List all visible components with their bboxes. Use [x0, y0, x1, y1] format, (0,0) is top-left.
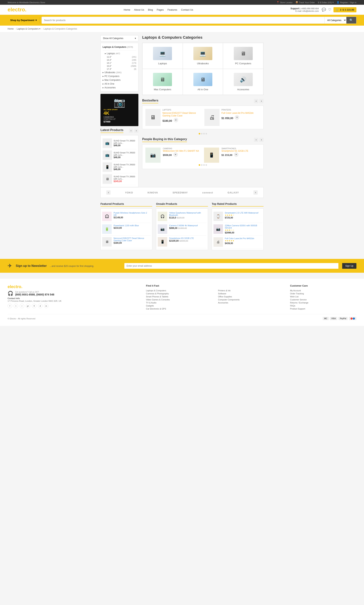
google-plus-icon[interactable]: g+: [26, 304, 30, 308]
footer-link-software[interactable]: Software: [218, 292, 284, 295]
list-item: 📺 SUHD Smart TV J9500 with curv... $49,0…: [103, 137, 136, 149]
buying-prev[interactable]: ‹: [254, 138, 258, 142]
cart-button[interactable]: 🛒 3 $ 3 215.99: [334, 7, 356, 12]
brand-speedway[interactable]: SPEEDWAY: [172, 191, 188, 194]
sidebar-15inch[interactable]: 15.6"(2589): [107, 65, 136, 67]
brand-galaxy[interactable]: GALAXY: [228, 191, 239, 194]
flickr-icon[interactable]: fl: [32, 304, 36, 308]
footer-link-smartphones[interactable]: Smart Phones & Tablets: [146, 295, 212, 298]
track-order[interactable]: 📦 Track Your Order: [296, 1, 315, 4]
footer-link-wishlist[interactable]: Wish List: [290, 295, 356, 298]
cat-card-mac[interactable]: 🖥 Mac Computers: [142, 69, 183, 95]
paypal-icon: PayPal: [338, 317, 348, 320]
nav-pages[interactable]: Pages: [157, 8, 164, 11]
people-buying-grid: 📷 Cameras Widescreen NX Mini F1 SMART NX…: [142, 144, 263, 169]
main-nav: Home About Us Blog Pages Features Contac…: [124, 8, 193, 11]
shop-by-department-button[interactable]: Shop by Department ▾: [8, 17, 40, 23]
footer-link-faqs[interactable]: FAQs: [290, 304, 356, 307]
footer-link-accesories[interactable]: Accesories: [218, 301, 284, 304]
nav-contact[interactable]: Contact Us: [181, 8, 193, 11]
onsale-img-1: 📷: [158, 224, 167, 234]
bestseller-item-0: 🖥 Laptops Nerocool EN52377 Dead Silence …: [145, 109, 201, 126]
brands-prev[interactable]: ‹: [106, 190, 111, 195]
buying-add-btn-0[interactable]: +: [173, 152, 178, 157]
page-title: Laptops & Computers Categories: [142, 35, 263, 40]
logo[interactable]: electro.: [8, 7, 26, 13]
featured-item-1: 🔋 Powerbank 1130 mAh Blue $210,00: [102, 223, 151, 236]
featured-item-2: 🖥 Nerocool EN52377 Dead Silence Gaming C…: [102, 236, 151, 248]
footer-link-laptops[interactable]: Laptops & Computers: [146, 289, 212, 292]
message-icon[interactable]: 💬: [322, 8, 326, 12]
search-input[interactable]: [42, 17, 324, 24]
cat-card-ultrabooks[interactable]: 💻 Ultrabooks: [183, 43, 223, 69]
footer-link-ordertracking[interactable]: Order Tracking: [290, 292, 356, 295]
currency-selector[interactable]: $ $ Dollar (US) ▾: [318, 1, 334, 4]
bestseller-add-btn-1[interactable]: +: [235, 115, 239, 120]
newsletter-signup-button[interactable]: Sign Up: [342, 263, 356, 269]
footer-link-tv[interactable]: TV & Audio: [146, 301, 212, 304]
footer-link-cameras[interactable]: Cameras & Photography: [146, 292, 212, 295]
cat-card-accesories[interactable]: 🔊 Accesories: [223, 69, 263, 95]
brands-next[interactable]: ›: [253, 190, 258, 195]
sidebar-11inch[interactable]: 11.6"(241): [107, 55, 136, 58]
sidebar-accesories[interactable]: ▸ Accesories: [103, 86, 136, 90]
category-select[interactable]: All Categories: [324, 17, 346, 24]
latest-img-0: 📺: [103, 138, 112, 148]
sidebar-ultrabooks[interactable]: ▸ Ultrabooks (2641): [103, 71, 136, 74]
brand-yoko[interactable]: YOKO: [125, 191, 133, 194]
sidebar-main-cat[interactable]: Laptops & Computers (2579): [103, 45, 136, 49]
brand-kinova[interactable]: KINOVA: [147, 191, 158, 194]
footer-link-components[interactable]: Computer Components: [218, 298, 284, 301]
buying-add-btn-1[interactable]: +: [234, 152, 238, 157]
sidebar-laptops-link[interactable]: ▸ Laptops (447): [105, 52, 136, 55]
footer-link-office[interactable]: Office Supplies: [218, 295, 284, 298]
latest-next[interactable]: ›: [134, 129, 138, 133]
category-grid: 💻 Laptops 💻 Ultrabooks 🖥 PC Computers 🖥 …: [142, 43, 263, 95]
bestsellers-prev[interactable]: ‹: [254, 99, 258, 103]
sidebar-pc[interactable]: ▸ PC Computers: [103, 74, 136, 78]
sidebar-17inch[interactable]: 17.3"(8): [107, 67, 136, 71]
footer-link-myaccount[interactable]: My Account: [290, 289, 356, 292]
linkedin-icon[interactable]: in: [44, 304, 49, 308]
show-categories-button[interactable]: Show All Categories ▾: [101, 35, 138, 41]
facebook-icon[interactable]: f: [8, 304, 12, 308]
cat-card-pc[interactable]: 🖥 PC Computers: [223, 43, 263, 69]
sidebar-13inch[interactable]: 13.3"(248): [107, 58, 136, 61]
bestsellers-next[interactable]: ›: [259, 99, 263, 103]
nav-about[interactable]: About Us: [134, 8, 144, 11]
newsletter-email-input[interactable]: [124, 263, 338, 269]
toprated-item-2: 🖨 Full Color LaserJet Pro M452dn ★★★★★ $…: [213, 236, 262, 249]
sidebar-mac[interactable]: ▸ Mac Computers: [103, 78, 136, 82]
footer-link-car[interactable]: Car Electronic & GPS: [146, 307, 212, 310]
twitter-icon[interactable]: t: [14, 304, 18, 308]
breadcrumb-laptops[interactable]: Laptops & Computers ▾: [17, 27, 40, 30]
nav-features[interactable]: Features: [167, 8, 177, 11]
bestseller-add-btn-0[interactable]: +: [174, 118, 178, 122]
nav-blog[interactable]: Blog: [148, 8, 153, 11]
nav-home[interactable]: Home: [124, 8, 130, 11]
search-button[interactable]: 🔍: [346, 17, 356, 24]
wishlist-icon[interactable]: ♡: [328, 8, 331, 12]
footer-link-printers[interactable]: Printers & Ink: [218, 289, 284, 292]
store-locator[interactable]: 📍 Store Locator: [277, 1, 293, 4]
footer-link-videogames[interactable]: Video Games & Consoles: [146, 298, 212, 301]
footer-link-productsupport[interactable]: Product Support: [290, 307, 356, 310]
sidebar-allinone[interactable]: ▸ All in One: [103, 82, 136, 86]
cat-card-laptops[interactable]: 💻 Laptops: [142, 43, 183, 69]
sidebar-14inch[interactable]: 14.1"(173): [107, 61, 136, 65]
copyright: © Electro · All rights Reserved: [8, 317, 35, 320]
deviantart-icon[interactable]: d: [38, 304, 42, 308]
account-links[interactable]: 👤 Register / Sign in: [337, 1, 356, 4]
brand-connect[interactable]: connect: [202, 191, 213, 194]
rss-icon[interactable]: r: [20, 304, 24, 308]
footer-link-gadgets[interactable]: Gadgets: [146, 304, 212, 307]
cat-card-allinone[interactable]: 🖥 All in One: [183, 69, 223, 95]
latest-prev[interactable]: ‹: [129, 129, 133, 133]
list-item: 📺 SUHD Smart TV J9500 with curv... $49,0…: [103, 149, 136, 161]
bestsellers-title: Bestsellers: [142, 99, 158, 103]
breadcrumb-home[interactable]: Home: [8, 27, 14, 30]
footer-link-customerservice[interactable]: Customer Service: [290, 298, 356, 301]
footer-link-returns[interactable]: Returns / Exchange: [290, 301, 356, 304]
buying-next[interactable]: ›: [259, 138, 263, 142]
sidebar-banner[interactable]: 📷 All-New Sport 4K CAMERAS STARTING AT $…: [101, 94, 138, 126]
